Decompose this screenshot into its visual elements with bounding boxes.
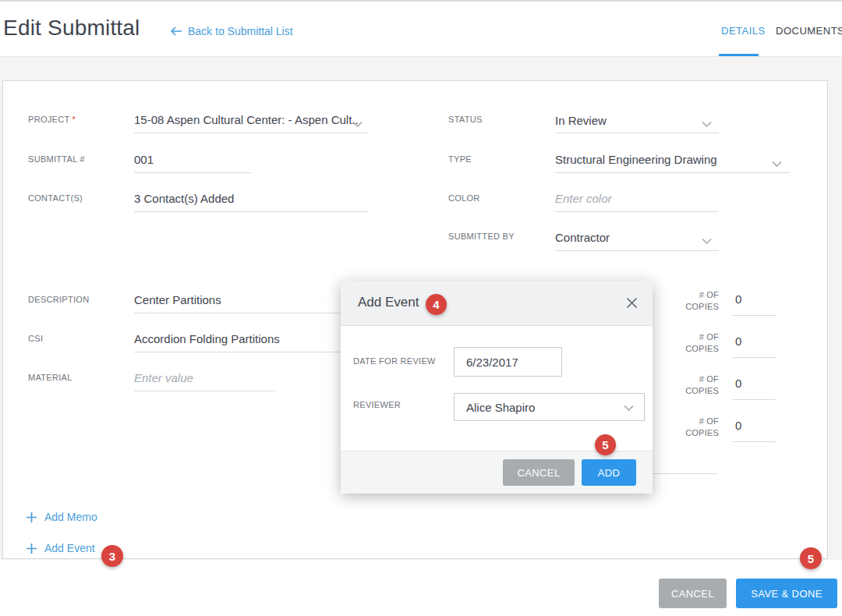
copies-input[interactable]: 0 (735, 419, 741, 432)
description-label: DESCRIPTION (28, 295, 89, 304)
submittal-number-label: SUBMITTAL # (28, 154, 85, 164)
date-value: 6/23/2017 (455, 356, 518, 369)
chevron-down-icon (702, 117, 712, 124)
modal-close-button[interactable] (622, 293, 641, 312)
modal-add-button[interactable]: ADD (582, 459, 636, 486)
contacts-label: CONTACT(S) (28, 193, 83, 203)
color-label: COLOR (448, 193, 480, 203)
date-for-review-input[interactable]: 6/23/2017 (454, 347, 562, 377)
arrow-left-icon (170, 27, 182, 36)
status-select[interactable]: In Review (555, 114, 607, 127)
add-event-link[interactable]: Add Event (26, 542, 95, 554)
submitted-by-select[interactable]: Contractor (555, 231, 610, 244)
copies-label: # OF COPIES (678, 289, 719, 313)
csi-input[interactable]: Accordion Folding Partitions (134, 332, 280, 345)
type-label: TYPE (448, 154, 472, 164)
csi-underline (134, 352, 369, 352)
description-input[interactable]: Center Partitions (134, 293, 221, 306)
project-label: PROJECT* (28, 115, 76, 124)
contacts-underline (134, 211, 369, 212)
color-input[interactable]: Enter color (555, 192, 612, 205)
back-link-label: Back to Submittal List (188, 25, 293, 37)
step-badge-5-modal: 5 (595, 434, 616, 455)
plus-icon (26, 512, 37, 523)
step-badge-4: 4 (426, 294, 447, 315)
copies-input[interactable]: 0 (735, 292, 741, 306)
tab-details[interactable]: DETAILS (721, 25, 766, 37)
plus-icon (26, 543, 37, 554)
contacts-field[interactable]: 3 Contact(s) Added (134, 192, 234, 205)
status-underline (555, 133, 719, 133)
step-badge-3: 3 (101, 545, 123, 567)
project-underline (134, 133, 369, 133)
copies-label: # OF COPIES (678, 416, 719, 439)
copies-underline (733, 441, 776, 442)
type-underline (555, 172, 790, 173)
chevron-down-icon (772, 157, 782, 164)
copies-label: # OF COPIES (678, 331, 719, 355)
type-select[interactable]: Structural Engineering Drawing (555, 153, 717, 166)
modal-title: Add Event (358, 295, 419, 310)
copies-underline (733, 315, 776, 316)
submitted-by-underline (555, 250, 719, 251)
copies-label: # OF COPIES (678, 373, 719, 397)
chevron-down-icon (352, 117, 363, 124)
close-icon (626, 297, 638, 309)
add-event-label: Add Event (44, 542, 95, 554)
description-underline (134, 313, 369, 313)
active-tab-underline (719, 54, 759, 56)
reviewer-label: REVIEWER (353, 400, 401, 409)
copies-input[interactable]: 0 (735, 335, 741, 348)
chevron-down-icon (624, 405, 634, 412)
date-for-review-label: DATE FOR REVIEW (353, 356, 436, 366)
material-input[interactable]: Enter value (134, 371, 193, 384)
project-select[interactable]: 15-08 Aspen Cultural Center: - Aspen Cul… (134, 113, 359, 126)
tab-documents[interactable]: DOCUMENTS (776, 25, 842, 37)
page-title: Edit Submittal (3, 16, 140, 41)
color-underline (555, 211, 719, 212)
copies-underline (733, 357, 776, 358)
required-asterisk: * (72, 115, 76, 124)
copies-input[interactable]: 0 (735, 377, 741, 390)
step-badge-5: 5 (800, 547, 822, 569)
add-memo-label: Add Memo (44, 511, 97, 523)
modal-cancel-button[interactable]: CANCEL (503, 459, 575, 486)
material-label: MATERIAL (28, 373, 73, 382)
cancel-button[interactable]: CANCEL (659, 579, 727, 608)
submittal-number-input[interactable]: 001 (134, 153, 154, 166)
submittal-number-underline (134, 172, 251, 173)
status-label: STATUS (448, 115, 483, 124)
csi-label: CSI (28, 334, 43, 343)
material-underline (134, 391, 275, 391)
reviewer-select[interactable]: Alice Shapiro (454, 393, 645, 421)
submitted-by-label: SUBMITTED BY (448, 232, 515, 241)
copies-underline (733, 399, 776, 400)
add-event-modal: Add Event 4 DATE FOR REVIEW 6/23/2017 RE… (341, 281, 653, 494)
add-memo-link[interactable]: Add Memo (26, 511, 97, 523)
chevron-down-icon (702, 234, 712, 241)
save-and-done-button[interactable]: SAVE & DONE (736, 579, 837, 608)
reviewer-value: Alice Shapiro (455, 401, 535, 414)
back-to-submittal-list-link[interactable]: Back to Submittal List (170, 25, 293, 37)
